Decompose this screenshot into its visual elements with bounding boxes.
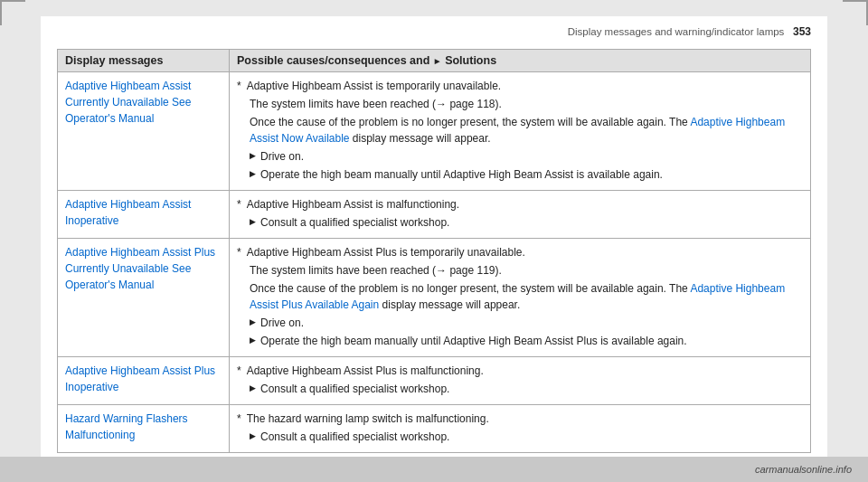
header-title: Display messages and warning/indicator l…	[568, 26, 785, 37]
table-row: Adaptive Highbeam Assist Inoperative*Ada…	[58, 191, 811, 239]
arrow-bullet: ▶Consult a qualified specialist workshop…	[237, 381, 803, 397]
star-bullet: *Adaptive Highbeam Assist Plus is malfun…	[237, 363, 803, 379]
plain-text-link: Once the cause of the problem is no long…	[237, 114, 803, 146]
plain-text-link: Once the cause of the problem is no long…	[237, 280, 803, 313]
content-cell: *Adaptive Highbeam Assist Plus is malfun…	[230, 357, 811, 405]
display-message-cell: Adaptive Highbeam Assist Inoperative	[58, 191, 230, 239]
corner-tl	[0, 0, 25, 25]
plain-text: The system limits have been reached (→ p…	[237, 96, 803, 112]
arrow-icon: ▶	[250, 430, 256, 443]
page-content: Display messages and warning/indicator l…	[41, 16, 827, 469]
content-cell: *The hazard warning lamp switch is malfu…	[230, 405, 811, 453]
table-row: Adaptive Highbeam Assist Plus Inoperativ…	[58, 357, 811, 405]
arrow-bullet: ▶Consult a qualified specialist workshop…	[237, 214, 803, 231]
arrow-icon: ▶	[250, 216, 256, 229]
footer-text: carmanualsonline.info	[755, 464, 852, 475]
table-row: Adaptive Highbeam Assist Plus Currently …	[58, 239, 811, 357]
star-bullet: *Adaptive Highbeam Assist Plus is tempor…	[237, 244, 803, 260]
arrow-bullet: ▶Consult a qualified specialist workshop…	[237, 429, 803, 445]
arrow-bullet: ▶Operate the high beam manually until Ad…	[237, 333, 803, 349]
content-cell: *Adaptive Highbeam Assist Plus is tempor…	[230, 239, 811, 357]
inline-link: Adaptive Highbeam Assist Now Available	[250, 116, 785, 145]
table-row: Adaptive Highbeam Assist Currently Unava…	[58, 72, 811, 191]
page-header: Display messages and warning/indicator l…	[57, 25, 811, 42]
main-table: Display messages Possible causes/consequ…	[57, 49, 811, 453]
display-message-cell: Adaptive Highbeam Assist Plus Inoperativ…	[58, 357, 230, 405]
arrow-icon: ▶	[250, 317, 256, 329]
col2-header: Possible causes/consequences and ► Solut…	[230, 50, 811, 72]
arrow-icon: ▶	[250, 335, 256, 347]
col1-header: Display messages	[58, 50, 230, 72]
star-bullet: *Adaptive Highbeam Assist is malfunction…	[237, 196, 803, 213]
table-row: Hazard Warning Flashers Malfunctioning*T…	[58, 405, 811, 453]
arrow-bullet: ▶Drive on.	[237, 315, 803, 331]
display-message-cell: Adaptive Highbeam Assist Plus Currently …	[58, 239, 230, 357]
inline-link: Adaptive Highbeam Assist Plus Available …	[250, 282, 785, 311]
star-bullet: *The hazard warning lamp switch is malfu…	[237, 411, 803, 427]
display-message-cell: Adaptive Highbeam Assist Currently Unava…	[58, 72, 230, 191]
display-message-cell: Hazard Warning Flashers Malfunctioning	[58, 405, 230, 453]
footer-bar: carmanualsonline.info	[0, 457, 868, 482]
arrow-bullet: ▶Operate the high beam manually until Ad…	[237, 166, 803, 183]
content-cell: *Adaptive Highbeam Assist is malfunction…	[230, 191, 811, 239]
arrow-icon: ▶	[250, 150, 256, 163]
arrow-icon: ▶	[250, 168, 256, 181]
star-bullet: *Adaptive Highbeam Assist is temporarily…	[237, 78, 803, 94]
plain-text: The system limits have been reached (→ p…	[237, 262, 803, 279]
arrow-bullet: ▶Drive on.	[237, 148, 803, 165]
page-wrapper: Display messages and warning/indicator l…	[0, 0, 868, 482]
content-cell: *Adaptive Highbeam Assist is temporarily…	[230, 72, 811, 191]
arrow-icon: ▶	[250, 383, 256, 395]
page-number: 353	[793, 25, 811, 38]
corner-tr	[843, 0, 868, 25]
